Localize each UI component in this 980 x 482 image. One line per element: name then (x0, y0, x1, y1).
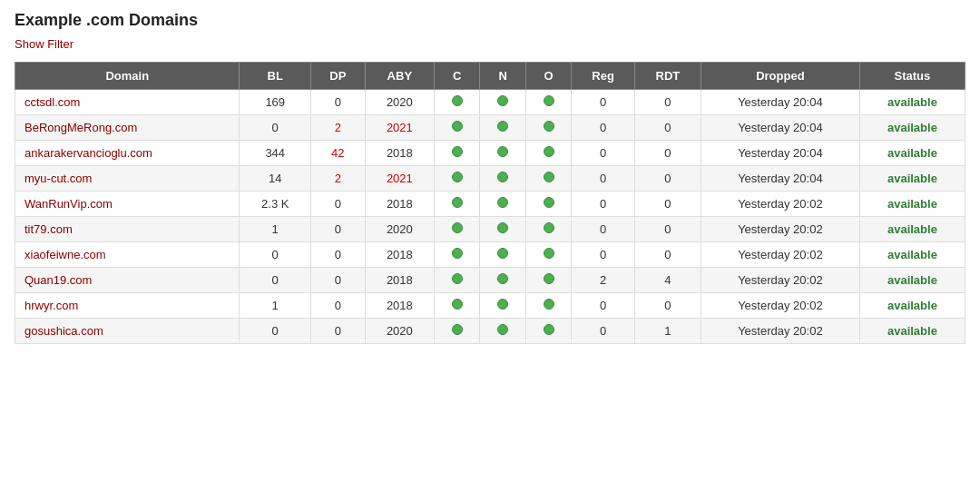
green-dot (544, 324, 554, 335)
cell-rdt: 0 (634, 141, 701, 166)
domains-table: Domain BL DP ABY C N O Reg RDT Dropped S… (15, 62, 965, 344)
cell-domain[interactable]: myu-cut.com (15, 166, 240, 192)
cell-c (434, 319, 479, 344)
cell-aby: 2021 (365, 115, 434, 141)
green-dot (544, 248, 554, 259)
cell-bl: 2.3 K (240, 192, 311, 217)
green-dot (544, 121, 554, 132)
cell-o (525, 166, 571, 192)
cell-bl: 1 (240, 293, 311, 319)
cell-c (434, 90, 479, 115)
cell-n (480, 217, 525, 242)
cell-dropped: Yesterday 20:04 (701, 141, 859, 166)
cell-bl: 1 (240, 217, 311, 242)
cell-c (434, 115, 479, 141)
cell-aby: 2020 (365, 217, 434, 242)
cell-rdt: 0 (634, 90, 701, 115)
cell-o (525, 293, 571, 319)
col-domain: Domain (15, 63, 240, 90)
table-row: BeRongMeRong.com02202100Yesterday 20:04a… (15, 115, 965, 141)
green-dot (452, 299, 463, 310)
cell-domain[interactable]: tit79.com (15, 217, 240, 242)
cell-aby: 2018 (365, 242, 434, 268)
show-filter-link[interactable]: Show Filter (15, 37, 74, 51)
cell-n (480, 319, 525, 344)
cell-status: available (859, 141, 965, 166)
cell-dp: 42 (310, 141, 365, 166)
cell-aby: 2018 (365, 141, 434, 166)
cell-domain[interactable]: gosushica.com (15, 319, 240, 344)
cell-rdt: 0 (634, 217, 701, 242)
green-dot (452, 273, 463, 284)
col-aby: ABY (365, 63, 434, 90)
cell-status: available (859, 217, 965, 242)
col-o: O (525, 63, 571, 90)
cell-rdt: 0 (634, 242, 701, 268)
cell-n (480, 90, 525, 115)
green-dot (497, 222, 508, 233)
cell-bl: 0 (240, 319, 311, 344)
col-status: Status (859, 63, 965, 90)
green-dot (452, 248, 463, 259)
cell-dropped: Yesterday 20:02 (701, 217, 859, 242)
table-row: gosushica.com00202001Yesterday 20:02avai… (15, 319, 965, 344)
green-dot (452, 146, 463, 157)
cell-dp: 0 (310, 268, 365, 293)
cell-o (525, 242, 571, 268)
cell-o (525, 192, 571, 217)
cell-status: available (859, 293, 965, 319)
cell-dp: 0 (310, 192, 365, 217)
cell-domain[interactable]: xiaofeiwne.com (15, 242, 240, 268)
cell-status: available (859, 192, 965, 217)
col-dp: DP (310, 63, 365, 90)
cell-reg: 0 (572, 319, 635, 344)
cell-domain[interactable]: BeRongMeRong.com (15, 115, 240, 141)
cell-dropped: Yesterday 20:02 (701, 242, 859, 268)
table-row: cctsdl.com1690202000Yesterday 20:04avail… (15, 90, 965, 115)
table-row: ankarakervancioglu.com34442201800Yesterd… (15, 141, 965, 166)
cell-n (480, 293, 525, 319)
cell-aby: 2018 (365, 192, 434, 217)
cell-rdt: 4 (634, 268, 701, 293)
cell-dp: 0 (310, 217, 365, 242)
green-dot (452, 222, 463, 233)
cell-aby: 2020 (365, 319, 434, 344)
green-dot (544, 222, 554, 233)
green-dot (497, 121, 508, 132)
cell-n (480, 115, 525, 141)
cell-domain[interactable]: ankarakervancioglu.com (15, 141, 240, 166)
col-c: C (434, 63, 479, 90)
table-row: WanRunVip.com2.3 K0201800Yesterday 20:02… (15, 192, 965, 217)
cell-bl: 14 (240, 166, 311, 192)
cell-dropped: Yesterday 20:02 (701, 293, 859, 319)
cell-domain[interactable]: cctsdl.com (15, 90, 240, 115)
cell-aby: 2018 (365, 268, 434, 293)
cell-dropped: Yesterday 20:04 (701, 90, 859, 115)
green-dot (497, 146, 508, 157)
green-dot (452, 197, 463, 208)
cell-status: available (859, 268, 965, 293)
green-dot (544, 95, 554, 106)
cell-dropped: Yesterday 20:04 (701, 166, 859, 192)
cell-c (434, 192, 479, 217)
col-reg: Reg (572, 63, 635, 90)
cell-domain[interactable]: hrwyr.com (15, 293, 240, 319)
cell-dropped: Yesterday 20:04 (701, 115, 859, 141)
cell-n (480, 242, 525, 268)
cell-domain[interactable]: Quan19.com (15, 268, 240, 293)
green-dot (544, 146, 554, 157)
table-row: tit79.com10202000Yesterday 20:02availabl… (15, 217, 965, 242)
cell-o (525, 115, 571, 141)
cell-bl: 344 (240, 141, 311, 166)
cell-status: available (859, 319, 965, 344)
cell-domain[interactable]: WanRunVip.com (15, 192, 240, 217)
green-dot (497, 324, 508, 335)
cell-reg: 0 (572, 293, 635, 319)
cell-o (525, 319, 571, 344)
cell-bl: 169 (240, 90, 311, 115)
table-row: myu-cut.com142202100Yesterday 20:04avail… (15, 166, 965, 192)
table-body: cctsdl.com1690202000Yesterday 20:04avail… (15, 90, 965, 344)
cell-c (434, 217, 479, 242)
cell-c (434, 268, 479, 293)
green-dot (497, 273, 508, 284)
